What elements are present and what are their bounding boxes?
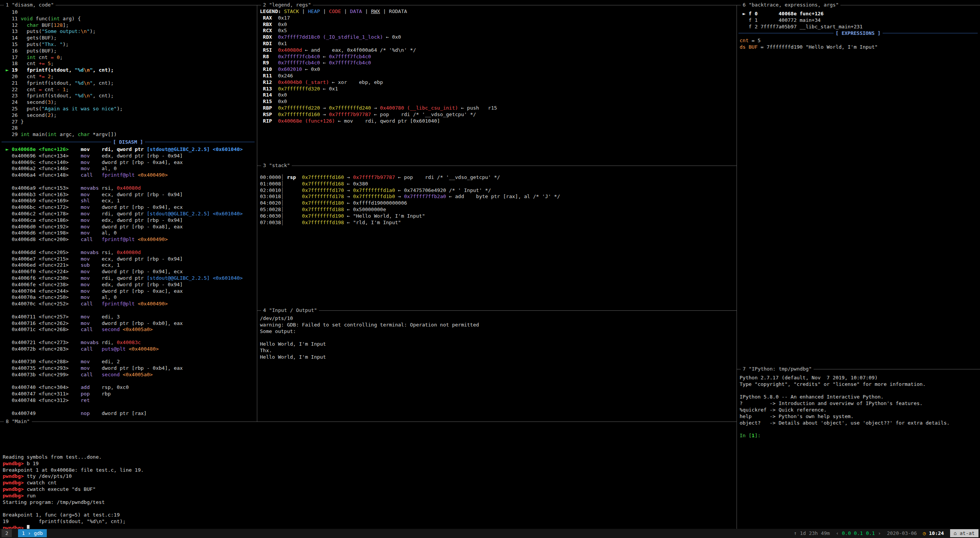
- text-segment: ► 0x40068e <func+126>: [3, 146, 81, 152]
- text-segment: RIP: [260, 118, 278, 124]
- text-segment: 0x0: [278, 21, 287, 27]
- terminal-line: 16 puts(BUF);: [3, 48, 256, 54]
- text-segment: [284, 194, 302, 199]
- terminal-line: 05:0028│ 0x7fffffffd188 ← 0x50000000e: [260, 207, 736, 213]
- text-segment: ← xor ebp, ebp: [329, 79, 383, 85]
- text-segment: mov: [81, 230, 102, 236]
- pane-ipython[interactable]: 7 "IPython: tmp/pwndbg" Python 2.7.17 (d…: [737, 369, 980, 529]
- divider-line: [145, 142, 255, 142]
- text-segment: 0x7fffffffd320: [278, 86, 320, 92]
- terminal-line: 0x400740 <func+304> add rsp, 0xc0: [3, 384, 256, 391]
- divider-label: [ EXPRESSIONS ]: [834, 30, 882, 36]
- text-segment: 0x400711 <func+257>: [3, 314, 81, 320]
- terminal-line: 21 fprintf(stdout, "%d\n", cnt);: [3, 80, 256, 87]
- text-segment: arg) {: [60, 16, 81, 21]
- terminal-line: 0x400735 <func+293> mov dword ptr [rbp -…: [3, 365, 256, 372]
- text-segment: 0x400721 <func+273>: [3, 340, 81, 345]
- text-segment: int: [27, 54, 36, 60]
- text-segment: nop: [81, 410, 102, 416]
- pane-disasm-code[interactable]: 1 "disasm, code" 10 11 void func(int arg…: [0, 5, 257, 422]
- terminal-line: 0x40069c <func+140> mov dword ptr [rbp -…: [3, 159, 256, 166]
- text-segment: 13 puts(: [3, 28, 42, 34]
- pane-legend-regs[interactable]: 2 "legend, regs" LEGEND: STACK | HEAP | …: [257, 5, 737, 166]
- terminal-line: 04:0020│ 0x7fffffffd180 ← 0xffffd1900000…: [260, 200, 736, 207]
- text-segment: );: [63, 41, 69, 47]
- text-segment: 06:0030: [260, 213, 281, 219]
- text-segment: rsi,: [102, 185, 117, 191]
- terminal-line: Hello World, I'm Input: [260, 341, 736, 348]
- status-left-windows[interactable]: 2 1 › gdb: [2, 530, 47, 537]
- program-output: /dev/pts/10warning: GDB: Failed to set c…: [260, 315, 736, 361]
- divider-label: [ DISASM ]: [111, 139, 145, 145]
- text-segment: 17: [3, 54, 27, 60]
- text-segment: →: [344, 174, 353, 180]
- text-segment: run: [27, 493, 36, 499]
- pane-main[interactable]: 8 "Main" Reading symbols from test...don…: [0, 422, 737, 529]
- terminal-line: 18 cnt += 5;: [3, 61, 256, 67]
- text-segment: 10: [3, 9, 21, 15]
- terminal-line: 0x400749 nop dword ptr [rax]: [3, 410, 256, 417]
- terminal-line: 0x4006d8 <func+200> call fprintf@plt <0x…: [3, 236, 256, 243]
- text-segment: IPython 5.8.0 -- An enhanced Interactive…: [740, 394, 884, 400]
- terminal-line: 0x4006c2 <func+178> mov rdi, qword ptr […: [3, 211, 256, 217]
- text-segment: pwndbg>: [3, 473, 27, 479]
- backtrace-frames: ► f 0 40068e func+126 f 1 400772 main+34…: [740, 11, 979, 30]
- text-segment: 0x40071c <func+268>: [3, 326, 81, 332]
- text-segment: mov: [81, 256, 102, 262]
- ipython-console: Python 2.7.17 (default, Nov 7 2019, 10:0…: [740, 375, 979, 439]
- text-segment: RSP: [260, 112, 278, 117]
- text-segment: DATA: [350, 8, 362, 14]
- terminal-line: 0x4006b3 <func+163> mov ecx, dword ptr […: [3, 192, 256, 198]
- text-segment: \n: [84, 93, 90, 98]
- text-segment: );: [117, 106, 123, 112]
- text-segment: 0x4006d0 <func+192>: [3, 224, 81, 230]
- text-segment: 0x40083c: [117, 340, 141, 345]
- pane-main-title: 8 "Main": [4, 418, 32, 425]
- terminal-line: [3, 404, 256, 410]
- text-segment: 0x40073b <func+299>: [3, 372, 81, 377]
- pane-backtrace-expressions[interactable]: 6 "backtrace, expressions, args" ► f 0 4…: [737, 5, 980, 369]
- divider-line: [883, 33, 978, 33]
- terminal-line: 07:0038│ 0x7fffffffd198 ← "rld, I'm Inpu…: [260, 220, 736, 226]
- text-segment: 21 fprintf(stdout,: [3, 80, 75, 86]
- text-segment: 20 cnt: [3, 74, 39, 79]
- text-segment: 0x400716 <func+262>: [3, 320, 81, 326]
- pane-input-output[interactable]: 4 "Input / Output" /dev/pts/10warning: G…: [257, 310, 737, 422]
- terminal-line: 0x40072b <func+283> call puts@plt <0x400…: [3, 346, 256, 353]
- terminal-line: ► 0x40068e <func+126> mov rdi, qword ptr…: [3, 146, 256, 153]
- text-segment: 0x4006f0 <func+224>: [3, 269, 81, 274]
- text-segment: 0x7fffffffd220: [278, 105, 320, 111]
- terminal-line: 0x400748 <func+312> ret: [3, 397, 256, 404]
- terminal-line: 0x4006a4 <func+148> call fprintf@plt <0x…: [3, 172, 256, 179]
- text-segment: dword ptr [rbp - 0x94], ecx: [102, 269, 183, 274]
- text-segment: 0x40080d: [278, 47, 302, 53]
- terminal-line: RSI 0x40080d ← and eax, 0x4f000a64 /* '%…: [260, 47, 736, 54]
- pane-backtrace-title: 6 "backtrace, expressions, args": [741, 2, 840, 8]
- pane-ipython-title: 7 "IPython: tmp/pwndbg": [741, 366, 814, 372]
- text-segment: 1 › gdb: [18, 529, 46, 537]
- text-segment: 0x4006b3 <func+163>: [3, 192, 81, 197]
- text-segment: ← 0x1: [320, 86, 338, 92]
- terminal-line: RDI 0x1: [260, 41, 736, 47]
- text-segment: 1: [751, 433, 755, 438]
- terminal-line: 29 int main(int argc, char *argv[]): [3, 131, 256, 138]
- text-segment: 0x7fffffffd1a0: [353, 187, 395, 193]
- text-segment: │: [281, 213, 284, 219]
- terminal-line: [740, 426, 979, 433]
- terminal-line: R12 0x4004b0 (_start) ← xor ebp, ebp: [260, 79, 736, 86]
- terminal-line: [3, 378, 256, 385]
- text-segment: call: [81, 172, 102, 178]
- text-segment: b 19: [27, 461, 39, 466]
- text-segment: 0x4006dd <func+205>: [3, 249, 81, 255]
- terminal-line: 10: [3, 9, 256, 16]
- terminal-line: 02:0010│ 0x7fffffffd170 → 0x7fffffffd1a0…: [260, 187, 736, 194]
- text-segment: 0x7fffffffd198: [302, 220, 344, 225]
- text-segment: 05:0028: [260, 207, 281, 212]
- watch-expressions: cnt = 5ds BUF = 7fffffffd190 "Hello Worl…: [740, 38, 979, 51]
- text-segment: 0x400748 <func+312>: [3, 397, 81, 403]
- text-segment: │: [281, 200, 284, 206]
- pane-stack[interactable]: 3 "stack" 00:0000│ rsp 0x7fffffffd160 → …: [257, 166, 737, 310]
- text-segment: cnt: [42, 87, 57, 92]
- text-segment: , cnt);: [93, 93, 114, 98]
- text-segment: R14: [260, 92, 278, 98]
